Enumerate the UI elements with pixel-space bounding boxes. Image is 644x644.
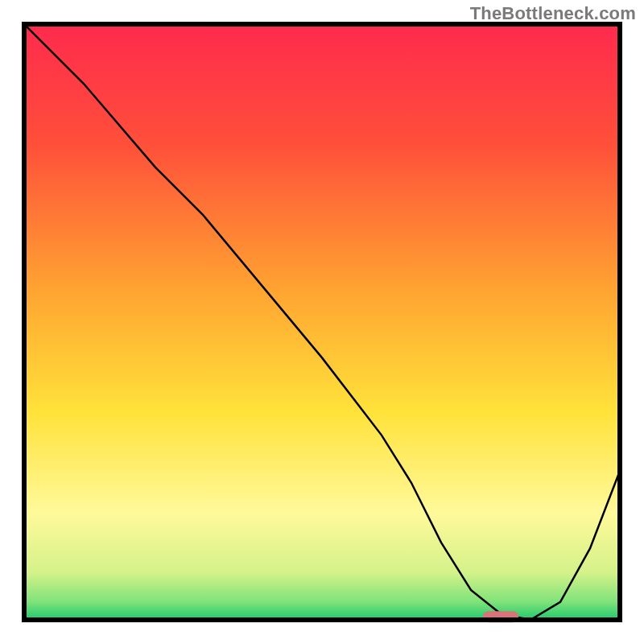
bottleneck-chart [0, 0, 644, 644]
gradient-background [24, 24, 620, 620]
chart-container: TheBottleneck.com [0, 0, 644, 644]
